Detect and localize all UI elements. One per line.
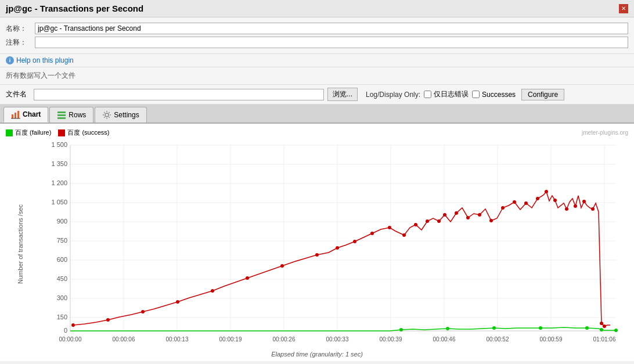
legend-failure-color	[6, 129, 13, 136]
svg-text:150: 150	[57, 313, 67, 320]
svg-point-71	[455, 211, 458, 215]
svg-point-87	[399, 328, 403, 331]
svg-text:1 350: 1 350	[51, 160, 67, 167]
tab-chart[interactable]: Chart	[3, 107, 48, 122]
svg-point-59	[246, 276, 249, 280]
success-dots	[71, 190, 606, 328]
svg-point-79	[545, 190, 548, 193]
svg-point-74	[489, 219, 493, 222]
name-label: 名称：	[6, 24, 35, 34]
tab-settings[interactable]: Settings	[95, 107, 146, 122]
svg-rect-5	[57, 114, 66, 116]
svg-point-73	[478, 213, 481, 217]
svg-point-84	[591, 207, 595, 211]
svg-point-61	[315, 253, 319, 257]
failure-line	[70, 327, 616, 331]
comment-input[interactable]	[35, 37, 628, 48]
file-section-label: 所有数据写入一个文件	[6, 71, 628, 81]
success-line	[73, 192, 610, 326]
svg-text:900: 900	[57, 218, 67, 225]
tab-rows[interactable]: Rows	[49, 107, 93, 122]
checkbox-failure-input[interactable]	[424, 91, 431, 98]
chart-container: 百度 (failure) 百度 (success) jmeter-plugins…	[0, 124, 634, 361]
svg-point-86	[603, 325, 606, 328]
svg-text:00:00:52: 00:00:52	[487, 336, 509, 343]
svg-point-90	[539, 326, 542, 330]
svg-text:00:00:26: 00:00:26	[273, 336, 296, 343]
window-title: jp@gc - Transactions per Second	[6, 3, 143, 13]
checkbox-failure-label: 仅日志错误	[434, 89, 469, 99]
svg-point-81	[565, 207, 568, 211]
legend-success-color	[58, 129, 65, 136]
log-display-label: Log/Display Only:	[366, 91, 420, 99]
svg-point-60	[280, 264, 284, 268]
legend-failure: 百度 (failure)	[6, 128, 51, 137]
svg-text:00:00:46: 00:00:46	[433, 336, 456, 343]
svg-text:00:00:19: 00:00:19	[219, 336, 242, 343]
svg-point-62	[336, 246, 339, 250]
svg-text:1 050: 1 050	[51, 199, 67, 206]
svg-point-78	[536, 197, 539, 200]
svg-point-92	[600, 328, 603, 331]
svg-point-66	[402, 233, 406, 237]
svg-point-69	[437, 219, 441, 223]
jmeter-credit: jmeter-plugins.org	[582, 129, 628, 136]
svg-rect-1	[15, 113, 16, 118]
settings-icon	[102, 110, 111, 120]
svg-rect-6	[57, 117, 66, 119]
title-bar: jp@gc - Transactions per Second ✕	[0, 0, 634, 17]
svg-point-58	[211, 289, 214, 293]
checkbox-failure: 仅日志错误	[424, 89, 469, 99]
svg-point-75	[501, 206, 505, 210]
tabs-row: Chart Rows Settings	[0, 104, 634, 124]
svg-text:0: 0	[64, 327, 67, 334]
svg-point-91	[585, 326, 589, 330]
svg-point-67	[414, 223, 417, 226]
svg-point-65	[388, 226, 391, 229]
svg-point-89	[492, 326, 496, 330]
svg-text:01:01:06: 01:01:06	[593, 336, 616, 343]
svg-point-70	[443, 213, 446, 217]
svg-point-80	[553, 199, 557, 202]
y-axis-label: Number of transactions /sec	[17, 204, 24, 284]
tab-chart-label: Chart	[23, 110, 41, 118]
svg-text:00:00:00: 00:00:00	[59, 336, 82, 343]
svg-text:750: 750	[57, 237, 67, 244]
svg-text:00:00:13: 00:00:13	[166, 336, 189, 343]
svg-text:00:00:06: 00:00:06	[113, 336, 135, 343]
svg-text:00:00:33: 00:00:33	[326, 336, 349, 343]
svg-rect-4	[57, 111, 66, 113]
svg-rect-2	[17, 111, 19, 118]
checkbox-success-input[interactable]	[472, 91, 480, 98]
svg-text:600: 600	[57, 256, 67, 263]
legend-success-label: 百度 (success)	[67, 128, 109, 137]
tab-settings-label: Settings	[114, 111, 139, 119]
legend-row: 百度 (failure) 百度 (success) jmeter-plugins…	[0, 126, 634, 139]
configure-button[interactable]: Configure	[521, 89, 564, 100]
legend-success: 百度 (success)	[58, 128, 109, 137]
svg-text:1 200: 1 200	[51, 179, 67, 186]
chart-svg: 1 500 1 350 1 200 1 050 900 750 600 450 …	[35, 139, 628, 348]
svg-text:300: 300	[57, 294, 67, 301]
svg-point-85	[600, 322, 603, 325]
svg-point-93	[614, 329, 618, 332]
svg-point-83	[582, 200, 586, 203]
svg-point-64	[370, 232, 374, 235]
name-input[interactable]	[35, 23, 628, 34]
close-button[interactable]: ✕	[619, 4, 628, 13]
chart-icon	[11, 110, 20, 119]
help-text: Help on this plugin	[16, 56, 74, 64]
help-link[interactable]: i Help on this plugin	[6, 56, 628, 64]
info-icon: i	[6, 56, 14, 64]
tab-rows-label: Rows	[69, 111, 86, 119]
svg-rect-0	[12, 114, 13, 118]
browse-button[interactable]: 浏览...	[327, 88, 358, 101]
x-axis-label: Elapsed time (granularity: 1 sec)	[0, 348, 634, 361]
svg-point-88	[446, 327, 449, 330]
file-label: 文件名	[6, 89, 30, 99]
file-row: 文件名 浏览... Log/Display Only: 仅日志错误 Succes…	[0, 85, 634, 104]
file-input[interactable]	[34, 89, 324, 100]
comment-label: 注释：	[6, 38, 35, 48]
svg-point-76	[513, 200, 516, 204]
svg-point-56	[141, 310, 145, 313]
